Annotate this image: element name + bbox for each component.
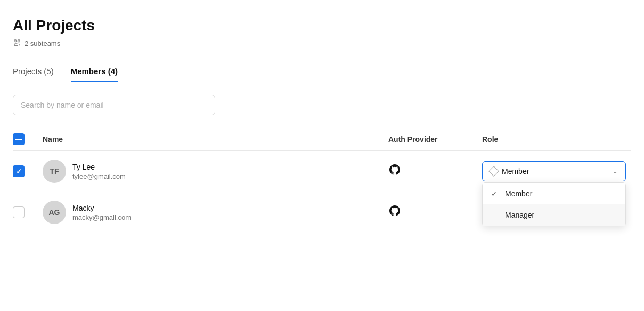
row-checkbox-ag[interactable] (13, 206, 34, 218)
dropdown-option-manager[interactable]: Manager (483, 204, 625, 226)
svg-point-0 (18, 40, 20, 42)
github-icon-ag (388, 206, 401, 220)
tab-members[interactable]: Members (4) (71, 61, 118, 82)
page-title: All Projects (13, 17, 631, 34)
subteams-label: 2 subteams (25, 39, 60, 47)
subteams-row: 2 subteams (13, 38, 631, 49)
checkbox-empty-icon[interactable] (13, 206, 25, 218)
avatar-ag: AG (43, 201, 66, 224)
dropdown-option-manager-label: Manager (505, 211, 534, 219)
search-input[interactable] (13, 95, 215, 115)
subteams-icon (13, 38, 21, 49)
tab-projects[interactable]: Projects (5) (13, 61, 54, 82)
user-name-tf: Ty Lee (72, 163, 126, 171)
check-icon: ✓ (491, 189, 500, 198)
dropdown-option-member[interactable]: ✓ Member (483, 183, 625, 204)
github-icon-tf (388, 165, 401, 179)
row-checkbox-tf[interactable] (13, 165, 34, 177)
user-email-tf: tylee@gmail.com (72, 172, 126, 180)
select-all-checkbox[interactable] (13, 133, 34, 145)
svg-point-1 (14, 40, 17, 42)
user-email-ag: macky@gmail.com (72, 213, 131, 221)
user-text-tf: Ty Lee tylee@gmail.com (72, 163, 126, 180)
auth-provider-tf (388, 163, 474, 179)
auth-provider-ag (388, 204, 474, 220)
diamond-icon (488, 166, 499, 177)
role-select-tf[interactable]: Member ⌄ (482, 161, 626, 181)
table-header: Name Auth Provider Role (13, 128, 631, 151)
dropdown-option-member-label: Member (505, 189, 532, 198)
user-info-tf: TF Ty Lee tylee@gmail.com (43, 160, 380, 183)
user-info-ag: AG Macky macky@gmail.com (43, 201, 380, 224)
role-value-tf: Member (502, 167, 529, 176)
table-row: TF Ty Lee tylee@gmail.com Member ⌄ ✓ Mem… (13, 151, 631, 192)
search-container (13, 95, 631, 115)
chevron-down-icon: ⌄ (613, 168, 618, 175)
tabs-container: Projects (5) Members (4) (13, 61, 631, 82)
user-text-ag: Macky macky@gmail.com (72, 204, 131, 221)
user-name-ag: Macky (72, 204, 131, 212)
column-header-auth: Auth Provider (388, 135, 474, 143)
avatar-tf: TF (43, 160, 66, 183)
column-header-name: Name (43, 135, 380, 143)
column-header-role: Role (482, 135, 631, 143)
checkbox-checked-icon[interactable] (13, 165, 25, 177)
checkbox-minus-icon[interactable] (13, 133, 25, 145)
role-container-tf: Member ⌄ ✓ Member Manager (482, 161, 631, 181)
role-dropdown-menu: ✓ Member Manager (482, 182, 626, 226)
